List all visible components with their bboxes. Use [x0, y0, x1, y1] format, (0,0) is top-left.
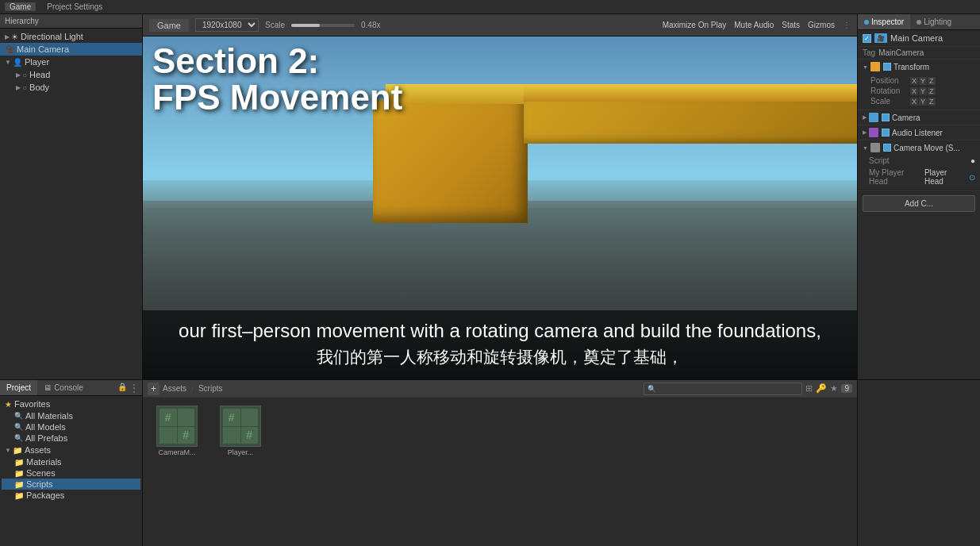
- checkbox-script[interactable]: [883, 144, 891, 152]
- rotation-x: X: [910, 87, 918, 95]
- resolution-select[interactable]: 1920x1080: [195, 18, 259, 32]
- game-options: Maximize On Play Mute Audio Stats Gizmos…: [663, 21, 851, 29]
- main-layout: Hierarchy ▶ ☀ Directional Light 🎥 Main C…: [0, 14, 980, 379]
- scale-slider-container[interactable]: [291, 24, 355, 27]
- subtitle-chinese: 我们的第一人称移动和旋转摄像机，奠定了基础，: [159, 346, 841, 368]
- search-bar-assets[interactable]: 🔍: [644, 383, 802, 395]
- scenes-item[interactable]: 📁 Scenes: [2, 467, 140, 479]
- scale-value: 0.48x: [361, 21, 380, 29]
- all-prefabs-search-icon: 🔍: [14, 434, 23, 442]
- game-tab[interactable]: Game: [5, 2, 36, 11]
- position-y: Y: [919, 77, 927, 85]
- audio-comp-header[interactable]: ▶ Audio Listener: [858, 125, 980, 140]
- player-script-icon: # #: [220, 406, 261, 447]
- subtitle-english: our first–person movement with a rotatin…: [159, 318, 841, 343]
- mute-audio[interactable]: Mute Audio: [734, 21, 774, 29]
- project-tab-label: Project: [6, 383, 31, 392]
- script-comp-header[interactable]: ▼ Camera Move (S...: [858, 140, 980, 155]
- game-view-tab[interactable]: Game: [149, 19, 189, 32]
- assets-count-badge: 9: [841, 384, 852, 393]
- hier-player[interactable]: ▼ 👤 Player: [0, 56, 142, 68]
- tag-value: MainCamera: [878, 48, 924, 57]
- favorites-header[interactable]: ★ Favorites: [2, 398, 140, 410]
- hier-body[interactable]: ▶ ○ Body: [0, 81, 142, 94]
- my-player-head-label: My Player Head: [869, 168, 924, 186]
- audio-comp-icon: [869, 128, 878, 137]
- all-prefabs-item[interactable]: 🔍 All Prefabs: [2, 433, 140, 444]
- assets-breadcrumb-scripts[interactable]: Scripts: [198, 384, 223, 393]
- scripts-item[interactable]: 📁 Scripts: [2, 479, 140, 490]
- materials-item[interactable]: 📁 Materials: [2, 456, 140, 467]
- assets-folder-icon: 📁: [13, 446, 22, 455]
- hier-main-camera[interactable]: 🎥 Main Camera: [0, 43, 142, 56]
- checkbox-camera[interactable]: [882, 113, 890, 121]
- subtitle-container: our first–person movement with a rotatin…: [143, 310, 857, 379]
- checkbox-audio[interactable]: [882, 129, 890, 136]
- console-tab[interactable]: 🖥 Console: [37, 382, 90, 394]
- camera-comp-header[interactable]: ▶ Camera: [858, 110, 980, 125]
- maximize-on-play[interactable]: Maximize On Play: [663, 21, 727, 29]
- inspector-tab[interactable]: Inspector: [858, 14, 910, 29]
- add-button[interactable]: +: [148, 383, 159, 395]
- assets-header-tree[interactable]: ▼ 📁 Assets: [2, 444, 140, 456]
- transform-component: ▼ Transform Position X Y Z Rotation X: [858, 60, 980, 110]
- all-models-item[interactable]: 🔍 All Models: [2, 421, 140, 433]
- camera-hier-icon: 🎥: [5, 45, 14, 54]
- inspector-dot: [864, 20, 869, 25]
- assets-section: ▼ 📁 Assets 📁 Materials 📁 Scenes 📁: [2, 444, 140, 501]
- head-arrow-icon: ▶: [16, 71, 21, 79]
- hier-directional-light[interactable]: ▶ ☀ Directional Light: [0, 30, 142, 43]
- asset-cameramove[interactable]: # # CameraM...: [149, 406, 205, 456]
- camera-comp-name: Camera: [892, 113, 920, 122]
- transform-icon: [870, 62, 880, 71]
- more-options-icon[interactable]: ⋮: [843, 21, 851, 29]
- lighting-tab-label: Lighting: [924, 17, 951, 26]
- star-filter-icon[interactable]: ★: [830, 383, 838, 394]
- packages-item[interactable]: 📁 Packages: [2, 490, 140, 501]
- object-name: Main Camera: [890, 33, 943, 43]
- gizmos-btn[interactable]: Gizmos: [808, 21, 835, 29]
- all-materials-label: All Materials: [25, 411, 73, 421]
- scripts-label: Scripts: [26, 479, 53, 489]
- lighting-tab[interactable]: Lighting: [910, 14, 958, 29]
- script-field-value: ●: [970, 156, 975, 165]
- all-materials-search-icon: 🔍: [14, 412, 23, 420]
- star-icon: ★: [5, 400, 12, 409]
- object-header: ✓ 🎥 Main Camera: [858, 30, 980, 47]
- checkbox-active[interactable]: ✓: [863, 34, 871, 43]
- head-label: Head: [29, 70, 50, 79]
- directional-light-label: Directional Light: [21, 32, 83, 41]
- stats-btn[interactable]: Stats: [782, 21, 800, 29]
- project-tab[interactable]: Project: [0, 380, 37, 395]
- assets-arrow: ▼: [5, 447, 11, 454]
- all-materials-item[interactable]: 🔍 All Materials: [2, 410, 140, 421]
- bottom-more-icon[interactable]: ⋮: [129, 383, 139, 394]
- project-settings-tab[interactable]: Project Settings: [42, 2, 107, 11]
- position-x: X: [910, 77, 918, 85]
- hier-head[interactable]: ▶ ○ Head: [0, 68, 142, 81]
- hierarchy-panel-header: Hierarchy: [0, 14, 142, 29]
- all-models-label: All Models: [25, 422, 66, 432]
- hierarchy-items: ▶ ☀ Directional Light 🎥 Main Camera ▼ 👤 …: [0, 29, 142, 95]
- player-icon: 👤: [13, 58, 22, 67]
- link-icon: ⊙: [969, 173, 975, 182]
- rotation-row: Rotation X Y Z: [870, 86, 975, 96]
- add-component-button[interactable]: Add C...: [863, 195, 975, 212]
- transform-header[interactable]: ▼ Transform: [858, 60, 980, 74]
- camera-move-comp-name: Camera Move (S...: [894, 144, 960, 152]
- checkbox-transform[interactable]: [883, 63, 891, 71]
- key-icon[interactable]: 🔑: [816, 383, 827, 394]
- assets-label: Assets: [25, 445, 51, 455]
- scenes-label: Scenes: [26, 468, 56, 478]
- script-comp-icon: [870, 143, 880, 152]
- lock-icon[interactable]: 🔒: [117, 383, 127, 394]
- hierarchy-panel: Hierarchy ▶ ☀ Directional Light 🎥 Main C…: [0, 14, 143, 379]
- lighting-dot: [917, 20, 921, 25]
- all-models-search-icon: 🔍: [14, 423, 23, 431]
- player-head-field: My Player Head Player Head ⊙: [858, 167, 980, 190]
- asset-player[interactable]: # # Player...: [213, 406, 268, 456]
- grid-view-icon[interactable]: ⊞: [805, 383, 813, 394]
- assets-breadcrumb-assets[interactable]: Assets: [163, 384, 186, 393]
- bottom-center-panel: + Assets › Scripts 🔍 ⊞ 🔑 ★ 9: [143, 380, 857, 546]
- favorites-label: Favorites: [14, 399, 50, 409]
